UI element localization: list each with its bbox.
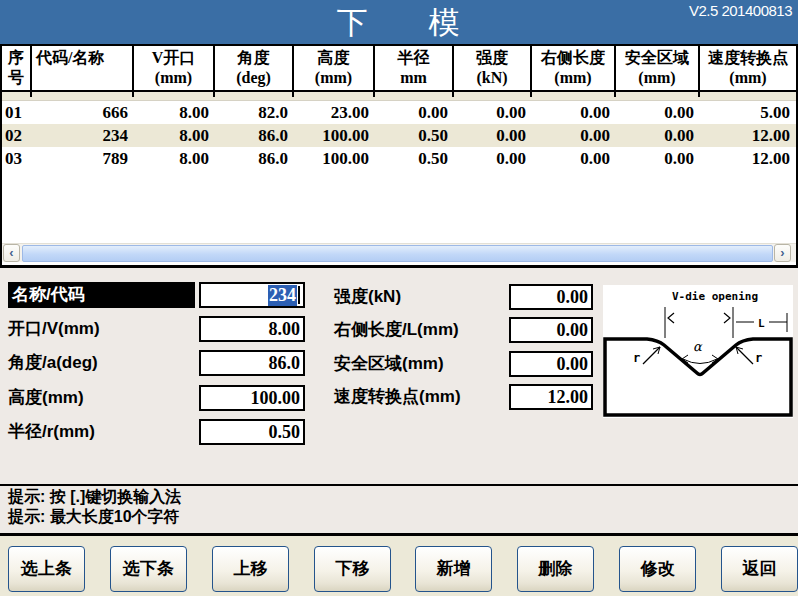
header-tick-strip bbox=[2, 92, 796, 101]
radius-left-label: r bbox=[633, 351, 640, 365]
length-label: L bbox=[758, 317, 765, 330]
field-label-v-opening: 开口/V(mm) bbox=[8, 316, 195, 342]
col-header-strength: 强度(kN) bbox=[454, 46, 532, 90]
edit-form: 名称/代码 234 开口/V(mm) 8.00 角度/a(deg) 86.0 高… bbox=[0, 268, 798, 484]
column-tick bbox=[132, 92, 134, 97]
field-label-name-code: 名称/代码 bbox=[8, 282, 195, 308]
field-label-height: 高度(mm) bbox=[8, 385, 195, 411]
safety-zone-input[interactable]: 0.00 bbox=[509, 351, 593, 377]
field-label-right-length: 右侧长度/L(mm) bbox=[334, 317, 506, 343]
scroll-left-button[interactable]: ‹ bbox=[3, 244, 20, 262]
col-header-height: 高度(mm) bbox=[294, 46, 375, 90]
version-label: V2.5 201400813 bbox=[689, 2, 792, 19]
field-label-safety-zone: 安全区域(mm) bbox=[334, 351, 506, 377]
v-die-diagram: V-die opening L α r r bbox=[603, 285, 793, 418]
col-header-angle: 角度(deg) bbox=[215, 46, 294, 90]
field-label-strength: 强度(kN) bbox=[334, 284, 506, 310]
col-header-v-opening: V开口(mm) bbox=[134, 46, 215, 90]
scrollbar-thumb[interactable] bbox=[22, 245, 773, 262]
column-tick bbox=[213, 92, 215, 97]
column-tick bbox=[30, 92, 32, 97]
move-down-button[interactable]: 下移 bbox=[314, 546, 391, 592]
text-caret bbox=[298, 286, 300, 304]
name-code-input[interactable]: 234 bbox=[199, 282, 305, 308]
radius-right-label: r bbox=[755, 351, 762, 365]
col-header-speed-change-point: 速度转换点(mm) bbox=[700, 46, 796, 90]
delete-button[interactable]: 删除 bbox=[517, 546, 594, 592]
col-header-safety-zone: 安全区域(mm) bbox=[616, 46, 700, 90]
selected-text: 234 bbox=[268, 285, 297, 306]
v-die-diagram-drawing: V-die opening L α r r bbox=[603, 285, 793, 418]
speed-change-input[interactable]: 12.00 bbox=[509, 384, 593, 410]
move-up-button[interactable]: 上移 bbox=[212, 546, 289, 592]
divider bbox=[0, 484, 798, 486]
right-length-input[interactable]: 0.00 bbox=[509, 317, 593, 343]
add-button[interactable]: 新增 bbox=[415, 546, 492, 592]
column-tick bbox=[292, 92, 294, 97]
table-header-row: 序号 代码/名称 V开口(mm) 角度(deg) 高度(mm) 半径mm 强度(… bbox=[2, 46, 796, 92]
table-row[interactable]: 03 789 8.00 86.0 100.00 0.50 0.00 0.00 0… bbox=[2, 147, 796, 170]
scroll-right-icon: › bbox=[780, 245, 784, 260]
field-label-angle: 角度/a(deg) bbox=[8, 350, 195, 376]
return-button[interactable]: 返回 bbox=[721, 546, 798, 592]
col-header-right-length: 右侧长度(mm) bbox=[532, 46, 616, 90]
column-tick bbox=[452, 92, 454, 97]
scroll-left-icon: ‹ bbox=[9, 245, 13, 260]
col-header-radius: 半径mm bbox=[375, 46, 454, 90]
die-parameter-table: 序号 代码/名称 V开口(mm) 角度(deg) 高度(mm) 半径mm 强度(… bbox=[0, 44, 798, 265]
select-previous-button[interactable]: 选上条 bbox=[8, 546, 85, 592]
col-header-seq: 序号 bbox=[2, 46, 32, 90]
title-bar: 下 模 V2.5 201400813 bbox=[0, 0, 798, 44]
table-row[interactable]: 01 666 8.00 82.0 23.00 0.00 0.00 0.00 0.… bbox=[2, 101, 796, 124]
diagram-title: V-die opening bbox=[672, 290, 758, 303]
alpha-label: α bbox=[693, 339, 703, 354]
scroll-right-button[interactable]: › bbox=[774, 244, 791, 262]
col-header-code-name: 代码/名称 bbox=[32, 46, 134, 90]
horizontal-scrollbar[interactable]: ‹ › bbox=[2, 243, 796, 262]
hint-max-length: 提示: 最大长度10个字符 bbox=[8, 507, 180, 527]
field-label-speed-change: 速度转换点(mm) bbox=[334, 384, 506, 410]
v-opening-input[interactable]: 8.00 bbox=[199, 316, 305, 342]
table-row-selected[interactable]: 02 234 8.00 86.0 100.00 0.50 0.00 0.00 0… bbox=[2, 124, 796, 147]
hint-input-method: 提示: 按 [.]键切换输入法 bbox=[8, 487, 181, 507]
strength-input[interactable]: 0.00 bbox=[509, 284, 593, 310]
column-tick bbox=[373, 92, 375, 97]
column-tick bbox=[614, 92, 616, 97]
select-next-button[interactable]: 选下条 bbox=[110, 546, 187, 592]
column-tick bbox=[530, 92, 532, 97]
radius-input[interactable]: 0.50 bbox=[199, 419, 305, 445]
bottom-button-bar: 选上条 选下条 上移 下移 新增 删除 修改 返回 bbox=[0, 536, 798, 596]
column-tick bbox=[698, 92, 700, 97]
modify-button[interactable]: 修改 bbox=[619, 546, 696, 592]
angle-input[interactable]: 86.0 bbox=[199, 350, 305, 376]
height-input[interactable]: 100.00 bbox=[199, 385, 305, 411]
field-label-radius: 半径/r(mm) bbox=[8, 419, 195, 445]
page-title: 下 模 bbox=[0, 2, 798, 44]
